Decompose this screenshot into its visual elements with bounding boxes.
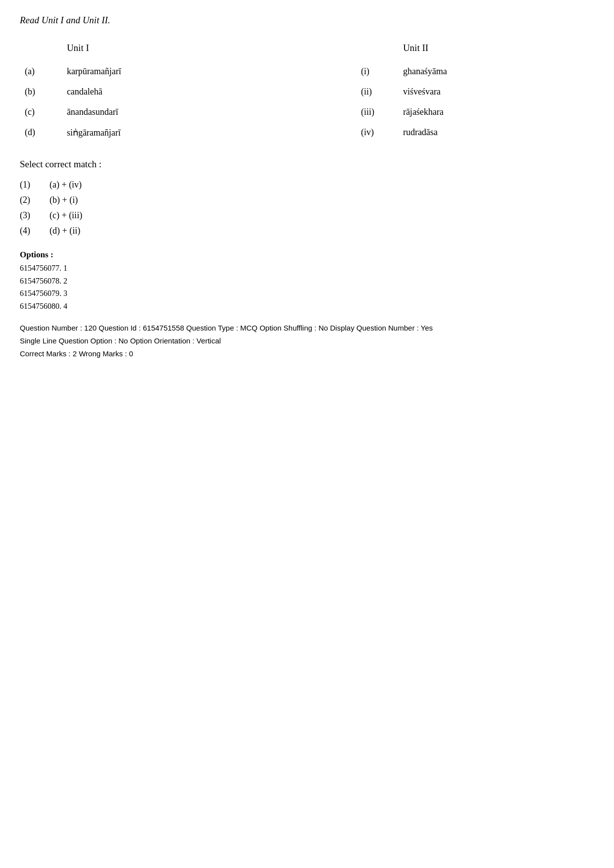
unit1-row-label: (d)	[20, 122, 62, 143]
spacer-cell	[258, 102, 356, 122]
unit2-row-label: (iii)	[356, 102, 398, 122]
meta-section: Question Number : 120 Question Id : 6154…	[20, 322, 594, 360]
meta-line: Correct Marks : 2 Wrong Marks : 0	[20, 348, 594, 360]
unit2-row-label: (iv)	[356, 122, 398, 143]
option-number: (3)	[20, 210, 50, 221]
unit1-row-value: siṅgāramañjarī	[62, 122, 258, 143]
spacer-cell	[258, 122, 356, 143]
option-value: (c) + (iii)	[50, 210, 82, 221]
question-instruction: Read Unit I and Unit II.	[20, 15, 594, 26]
option-id: 6154756080. 4	[20, 300, 594, 313]
options-label: Options :	[20, 250, 594, 260]
answer-option-item: (2)(b) + (i)	[20, 195, 594, 205]
unit1-row-label: (b)	[20, 82, 62, 102]
unit2-row-value: rājaśekhara	[398, 102, 594, 122]
meta-line: Single Line Question Option : No Option …	[20, 335, 594, 347]
option-value: (b) + (i)	[50, 195, 78, 205]
option-number: (2)	[20, 195, 50, 205]
spacer-header	[258, 40, 356, 61]
option-id: 6154756077. 1	[20, 262, 594, 275]
unit1-row-value: karpūramañjarī	[62, 61, 258, 82]
answer-option-item: (4)(d) + (ii)	[20, 226, 594, 236]
unit2-header: Unit II	[398, 40, 594, 61]
answer-options-list: (1)(a) + (iv)(2)(b) + (i)(3)(c) + (iii)(…	[20, 180, 594, 236]
answer-option-item: (3)(c) + (iii)	[20, 210, 594, 221]
unit1-header: Unit I	[62, 40, 258, 61]
units-table: Unit I Unit II (a) karpūramañjarī (i) gh…	[20, 40, 594, 143]
option-id: 6154756079. 3	[20, 287, 594, 300]
unit2-row-label: (ii)	[356, 82, 398, 102]
option-value: (a) + (iv)	[50, 180, 82, 190]
unit1-row-value: ānandasundarī	[62, 102, 258, 122]
unit1-row-label: (a)	[20, 61, 62, 82]
answer-option-item: (1)(a) + (iv)	[20, 180, 594, 190]
unit1-header-spacer	[20, 40, 62, 61]
unit1-row-value: candalehā	[62, 82, 258, 102]
spacer-cell	[258, 61, 356, 82]
unit1-row-label: (c)	[20, 102, 62, 122]
option-value: (d) + (ii)	[50, 226, 80, 236]
unit2-row-value: rudradāsa	[398, 122, 594, 143]
option-number: (4)	[20, 226, 50, 236]
unit2-header-spacer	[356, 40, 398, 61]
unit2-row-value: viśveśvara	[398, 82, 594, 102]
select-correct-label: Select correct match :	[20, 159, 594, 170]
option-number: (1)	[20, 180, 50, 190]
options-section: Options : 6154756077. 16154756078. 26154…	[20, 250, 594, 312]
unit2-row-value: ghanaśyāma	[398, 61, 594, 82]
meta-line: Question Number : 120 Question Id : 6154…	[20, 322, 594, 334]
unit2-row-label: (i)	[356, 61, 398, 82]
option-id: 6154756078. 2	[20, 275, 594, 288]
spacer-cell	[258, 82, 356, 102]
